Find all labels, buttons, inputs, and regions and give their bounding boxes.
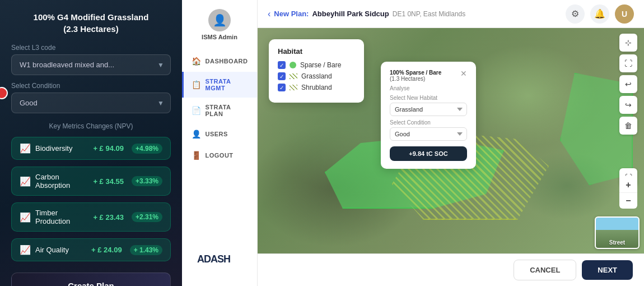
sidebar-username: ISMS Admin: [202, 34, 237, 40]
avatar: 👤: [208, 9, 231, 31]
next-button[interactable]: NEXT: [582, 260, 633, 280]
bottom-bar: CANCEL NEXT: [258, 253, 644, 286]
notifications-button[interactable]: 🔔: [590, 4, 609, 24]
condition-select-wrapper: Good ▼: [11, 93, 171, 113]
metric-card-timber: 📈 Timber Production + £ 23.43 +2.31%: [11, 202, 171, 232]
map-zoom-group: + −: [619, 177, 637, 209]
sidebar-label-strata-mgmt: STRATA MGMT: [206, 78, 250, 91]
sidebar-item-users[interactable]: 👤 USERS: [182, 123, 257, 145]
select-condition-label: Select Condition: [390, 119, 467, 126]
sidebar-item-strata-mgmt[interactable]: 📋 STRATA MGMT: [182, 72, 257, 98]
metric-value-timber: + £ 23.43: [93, 213, 124, 222]
breadcrumb-site-name: Abbeyhill Park Sidcup: [312, 10, 389, 18]
top-bar: ‹ New Plan: Abbeyhill Park Sidcup DE1 0N…: [258, 0, 644, 28]
habitat-label-sparse: Sparse / Bare: [300, 61, 341, 69]
condition-label: Select Condition: [11, 82, 171, 90]
strata-mgmt-icon: 📋: [192, 80, 202, 89]
sidebar-label-logout: LOGOUT: [206, 152, 234, 159]
sidebar: 👤 ISMS Admin 🏠 DASHBOARD 📋 STRATA MGMT 📄…: [182, 0, 258, 286]
breadcrumb-location: DE1 0NP, East Midlands: [393, 10, 466, 18]
top-bar-icons: ⚙ 🔔 U: [566, 4, 634, 24]
metric-value-airquality: + £ 24.09: [91, 246, 122, 254]
breadcrumb: ‹ New Plan: Abbeyhill Park Sidcup DE1 0N…: [268, 9, 465, 19]
analyse-popup-title-group: 100% Sparse / Bare (1.3 Hectares): [390, 70, 441, 82]
svg-text:ADASH: ADASH: [197, 253, 230, 265]
timber-trend-icon: 📈: [20, 212, 31, 223]
biodiversity-trend-icon: 📈: [20, 143, 31, 154]
left-panel-title: 100% G4 Modified Grassland(2.3 Hectares): [11, 11, 171, 35]
sidebar-label-strata-plan: STRATA PLAN: [206, 104, 250, 117]
habitat-check-sparse[interactable]: ✓: [278, 61, 286, 69]
metric-name-carbon: Carbon Absorption: [35, 173, 88, 190]
undo-tool-button[interactable]: ↩: [619, 75, 637, 93]
metric-card-carbon: 📈 Carbon Absorption + £ 34.55 +3.33%: [11, 167, 171, 196]
user-avatar-button[interactable]: U: [615, 4, 634, 24]
breadcrumb-new-plan: New Plan:: [274, 10, 309, 18]
metric-card-airquality: 📈 Air Quality + £ 24.09 + 1.43%: [11, 238, 171, 261]
l3-select[interactable]: W1 broadleaved mixed and...: [11, 54, 171, 75]
zoom-out-button[interactable]: −: [619, 193, 637, 209]
left-panel: 100% G4 Modified Grassland(2.3 Hectares)…: [0, 0, 182, 286]
metric-card-biodiversity: 📈 Biodiversity + £ 94.09 +4.98%: [11, 137, 171, 160]
l3-label: Select L3 code: [11, 44, 171, 52]
sidebar-item-logout[interactable]: 🚪 LOGOUT: [182, 145, 257, 166]
trash-tool-button[interactable]: 🗑: [619, 117, 637, 135]
map-toolbar-right: ⊹ ⛶ ↩ ↪ 🗑: [619, 34, 637, 135]
select-condition-select[interactable]: Good: [390, 127, 467, 141]
analyse-section-label: Analyse: [390, 85, 467, 91]
habitat-hatch-shrubland: [290, 85, 297, 90]
crop-tool-button[interactable]: ⛶: [619, 54, 637, 72]
dashboard-icon: 🏠: [192, 57, 202, 66]
metric-name-biodiversity: Biodiversity: [35, 144, 88, 153]
street-view-label: Street: [609, 239, 625, 246]
habitat-label-shrubland: Shrubland: [301, 84, 332, 91]
metric-pct-carbon: +3.33%: [132, 176, 162, 186]
analyse-popup-header: 100% Sparse / Bare (1.3 Hectares) ✕: [390, 70, 467, 82]
cancel-button[interactable]: CANCEL: [514, 260, 576, 280]
habitat-hatch-grassland: [290, 73, 297, 79]
metric-name-airquality: Air Quality: [35, 246, 87, 254]
zoom-in-button[interactable]: +: [619, 177, 637, 193]
carbon-trend-icon: 📈: [20, 176, 31, 187]
metric-pct-airquality: + 1.43%: [130, 245, 162, 255]
habitat-item-shrubland: ✓ Shrubland: [278, 84, 355, 91]
analyse-title: 100% Sparse / Bare: [390, 70, 441, 76]
cursor-tool-button[interactable]: ⊹: [619, 34, 637, 52]
habitat-check-shrubland[interactable]: ✓: [278, 84, 286, 91]
street-view-thumbnail[interactable]: Street: [595, 216, 640, 249]
analyse-hectares: (1.3 Hectares): [390, 76, 441, 82]
metrics-title: Key Metrics Changes (NPV): [11, 122, 171, 130]
main-content: ‹ New Plan: Abbeyhill Park Sidcup DE1 0N…: [258, 0, 644, 286]
habitat-popup: Habitat ✓ Sparse / Bare ✓ Grassland ✓ Sh…: [269, 39, 364, 103]
sidebar-nav: 🏠 DASHBOARD 📋 STRATA MGMT 📄 STRATA PLAN …: [182, 50, 257, 166]
habitat-item-sparse: ✓ Sparse / Bare: [278, 61, 355, 69]
metric-value-biodiversity: + £ 94.09: [93, 144, 124, 153]
analyse-popup: 100% Sparse / Bare (1.3 Hectares) ✕ Anal…: [381, 62, 476, 169]
sidebar-logo: ADASH: [188, 243, 251, 277]
soc-badge[interactable]: +9.84 tC SOC: [390, 146, 467, 161]
map-area[interactable]: Habitat ✓ Sparse / Bare ✓ Grassland ✓ Sh…: [258, 28, 644, 253]
sidebar-item-dashboard[interactable]: 🏠 DASHBOARD: [182, 50, 257, 72]
analyse-popup-close-button[interactable]: ✕: [460, 70, 467, 77]
sidebar-item-strata-plan[interactable]: 📄 STRATA PLAN: [182, 98, 257, 123]
habitat-item-grassland: ✓ Grassland: [278, 72, 355, 80]
sidebar-label-users: USERS: [206, 131, 228, 137]
logo-text: ADASH: [197, 252, 242, 268]
condition-select[interactable]: Good: [11, 93, 171, 113]
back-button[interactable]: ‹: [268, 9, 270, 19]
users-icon: 👤: [192, 130, 202, 139]
habitat-label-grassland: Grassland: [301, 72, 332, 80]
l3-code-section: Select L3 code W1 broadleaved mixed and.…: [11, 44, 171, 75]
habitat-popup-title: Habitat: [278, 47, 355, 56]
metric-pct-timber: +2.31%: [132, 212, 162, 222]
metric-name-timber: Timber Production: [35, 209, 88, 225]
redo-tool-button[interactable]: ↪: [619, 96, 637, 114]
habitat-check-grassland[interactable]: ✓: [278, 72, 286, 80]
create-plan-button[interactable]: Create Plan: [11, 273, 171, 286]
metric-value-carbon: + £ 34.55: [93, 177, 124, 186]
select-new-habitat-select[interactable]: Grassland: [390, 103, 467, 116]
logout-icon: 🚪: [192, 151, 202, 160]
l3-select-wrapper: W1 broadleaved mixed and... ▼: [11, 54, 171, 75]
settings-button[interactable]: ⚙: [566, 4, 585, 24]
strata-plan-icon: 📄: [192, 106, 202, 115]
